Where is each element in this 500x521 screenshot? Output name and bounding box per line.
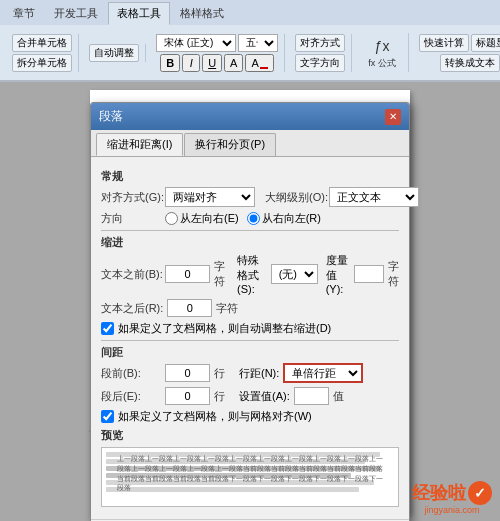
tools-row2: 转换成文本 [440,54,500,72]
tab-format-style[interactable]: 格样格式 [171,2,233,25]
convert-text-button[interactable]: 转换成文本 [440,54,500,72]
direction-rtl-radio[interactable] [247,212,260,225]
watermark-text: 经验啦 [412,481,466,505]
indent-section-title: 缩进 [101,235,399,250]
spacing-before-unit: 行 [214,366,225,381]
font-row2: B I U A A [160,54,274,72]
paragraph-dialog: 段落 ✕ 缩进和距离(I) 换行和分页(P) 常规 对齐方式(G): 两端对齐 … [90,102,410,521]
divider1 [101,230,399,231]
watermark-content: 经验啦 ✓ jingyania.com [412,481,492,515]
spacing-after-label: 段后(E): [101,389,161,404]
outline-select[interactable]: 正文文本 [329,187,419,207]
highlight-button[interactable]: A [245,54,273,72]
size-label: 度量值(Y): [326,253,350,295]
direction-label: 方向 [101,211,161,226]
direction-ltr-label: 从左向右(E) [180,211,239,226]
watermark-check-icon: ✓ [468,481,492,505]
tab-table-tools[interactable]: 表格工具 [108,2,170,25]
underline-button[interactable]: U [202,54,222,72]
at-unit: 值 [333,389,344,404]
preview-box: 上一段落上一段落上一段落上一段落上一段落上一段落上一段落上一段落上一段落上一段落… [101,447,399,507]
indent-right-input[interactable] [167,299,212,317]
tab-line-page[interactable]: 换行和分页(P) [184,133,276,156]
indent-right-row: 文本之后(R): 字符 [101,299,399,317]
direction-radio-group: 从左向右(E) 从右向左(R) [165,211,321,226]
tab-dev-tools[interactable]: 开发工具 [45,2,107,25]
align-style-button[interactable]: 对齐方式 [295,34,345,52]
ribbon-group-tools: 快速计算 标题显示 转换成文本 [413,34,500,72]
ribbon-group-auto: 自动调整 [83,44,146,62]
dialog-tabs: 缩进和距离(I) 换行和分页(P) [91,130,409,157]
direction-rtl-label: 从右向左(R) [262,211,321,226]
tab-section[interactable]: 章节 [4,2,44,25]
line-spacing-select[interactable]: 单倍行距 [283,363,363,383]
ribbon-group-formula: ƒx fx 公式 [356,33,409,72]
alignment-row: 对齐方式(G): 两端对齐 大纲级别(O): 正文文本 [101,187,399,207]
indent-left-unit: 字符 [214,259,225,289]
general-section-title: 常规 [101,169,399,184]
dialog-body: 常规 对齐方式(G): 两端对齐 大纲级别(O): 正文文本 方向 [91,157,409,519]
font-color-button[interactable]: A [224,54,243,72]
watermark-sub-text: jingyania.com [424,505,479,515]
merge-cell-button[interactable]: 合并单元格 [12,34,72,52]
indent-checkbox-row: 如果定义了文档网格，则自动调整右缩进(D) [101,321,399,336]
alignment-label: 对齐方式(G): [101,190,161,205]
dialog-titlebar: 段落 ✕ [91,103,409,130]
indent-right-unit: 字符 [216,301,238,316]
font-name-select[interactable]: 宋体 (正文) [156,34,236,52]
ribbon-group-font: 宋体 (正文) 五号 B I U A A [150,34,285,72]
formula-button[interactable]: ƒx fx 公式 [362,33,402,72]
italic-button[interactable]: I [182,54,200,72]
table-ops-row1: 合并单元格 [12,34,72,52]
font-row1: 宋体 (正文) 五号 [156,34,278,52]
divider2 [101,340,399,341]
at-input[interactable] [294,387,329,405]
formula-label: fx 公式 [368,57,396,70]
direction-ltr-radio[interactable] [165,212,178,225]
tab-indent-spacing[interactable]: 缩进和距离(I) [96,133,183,156]
spacing-section-title: 间距 [101,345,399,360]
document-area: 测试文字 测试文字 测试文字 测试文字 测试文字 [0,82,500,521]
ribbon: 章节 开发工具 表格工具 格样格式 合并单元格 拆分单元格 自动调整 宋体 (正… [0,0,500,82]
auto-adjust-button[interactable]: 自动调整 [89,44,139,62]
indent-left-label: 文本之前(B): [101,267,161,282]
indent-checkbox-label: 如果定义了文档网格，则自动调整右缩进(D) [118,321,331,336]
direction-row: 方向 从左向右(E) 从右向左(R) [101,211,399,226]
spacing-before-label: 段前(B): [101,366,161,381]
special-label: 特殊格式(S): [237,253,267,295]
direction-ltr[interactable]: 从左向右(E) [165,211,239,226]
size-input[interactable] [354,265,384,283]
indent-left-input[interactable] [165,265,210,283]
indent-checkbox[interactable] [101,322,114,335]
font-size-select[interactable]: 五号 [238,34,278,52]
ribbon-group-table-ops: 合并单元格 拆分单元格 [6,34,79,72]
indent-right-label: 文本之后(R): [101,301,163,316]
split-cell-button[interactable]: 拆分单元格 [12,54,72,72]
preview-text: 上一段落上一段落上一段落上一段落上一段落上一段落上一段落上一段落上一段落上一段落… [117,454,383,493]
watermark-main: 经验啦 ✓ [412,481,492,505]
watermark: 经验啦 ✓ jingyania.com [412,481,492,515]
spacing-checkbox[interactable] [101,410,114,423]
text-direction-button[interactable]: 文字方向 [295,54,345,72]
spacing-before-row: 段前(B): 行 行距(N): 单倍行距 [101,363,399,383]
mark-display-button[interactable]: 标题显示 [471,34,500,52]
spacing-checkbox-label: 如果定义了文档网格，则与网格对齐(W) [118,409,312,424]
size-unit: 字符 [388,259,399,289]
special-select[interactable]: (无) [271,264,318,284]
spacing-after-unit: 行 [214,389,225,404]
dialog-overlay: 段落 ✕ 缩进和距离(I) 换行和分页(P) 常规 对齐方式(G): 两端对齐 … [0,82,500,521]
direction-rtl[interactable]: 从右向左(R) [247,211,321,226]
spacing-after-input[interactable] [165,387,210,405]
preview-label: 预览 [101,428,399,443]
dialog-close-button[interactable]: ✕ [385,109,401,125]
spacing-checkbox-row: 如果定义了文档网格，则与网格对齐(W) [101,409,399,424]
at-label: 设置值(A): [239,389,290,404]
alignment-select[interactable]: 两端对齐 [165,187,255,207]
outline-label: 大纲级别(O): [265,190,325,205]
bold-button[interactable]: B [160,54,180,72]
indent-left-row: 文本之前(B): 字符 特殊格式(S): (无) 度量值(Y): 字符 [101,253,399,295]
table-ops-row2: 拆分单元格 [12,54,72,72]
spacing-before-input[interactable] [165,364,210,382]
formula-icon: ƒx [371,35,393,57]
quick-calc-button[interactable]: 快速计算 [419,34,469,52]
